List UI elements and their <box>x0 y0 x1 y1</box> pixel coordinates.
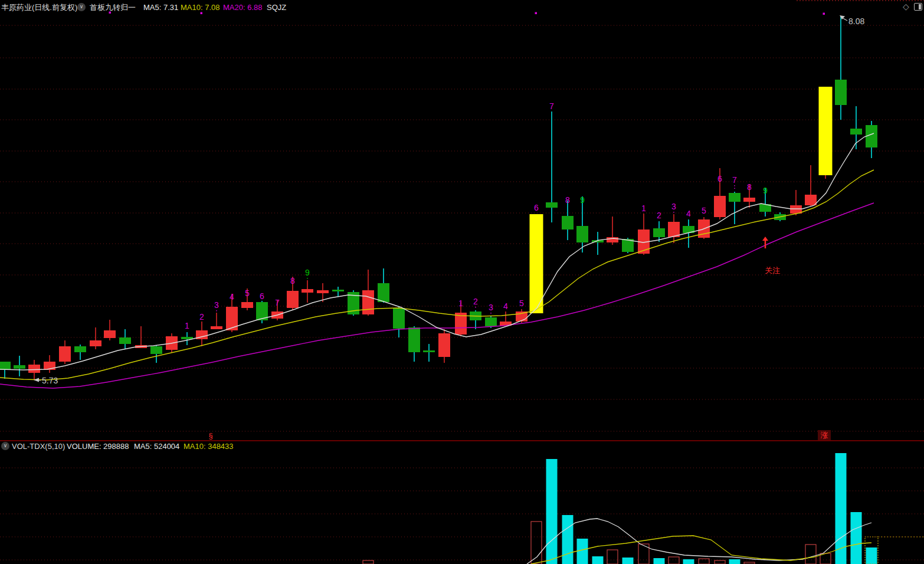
volume-bar <box>607 550 618 564</box>
volume-readout: VOLUME: 298888 <box>67 442 129 451</box>
chevron-down-circle-icon[interactable]: ∨ <box>1 442 9 450</box>
volume-bar <box>683 559 694 564</box>
chevron-down-circle-icon[interactable]: ∨ <box>77 3 86 11</box>
sequence-count-label: 9 <box>763 186 768 195</box>
candle-body <box>408 327 420 352</box>
volume-pane-bars <box>363 453 924 564</box>
sequence-count-label: 8 <box>565 195 570 205</box>
sequence-count-label: 3 <box>671 202 676 211</box>
period-low-label: 5.73 <box>42 376 58 385</box>
volume-bar <box>715 560 725 564</box>
candle-body <box>104 330 116 338</box>
sequence-count-label: 5 <box>702 206 706 215</box>
volume-bar <box>699 559 709 564</box>
nine-turn-count-labels: 123456789123456789123456789 <box>185 101 768 330</box>
attention-label: 关注 <box>765 266 780 275</box>
candle-body <box>743 198 755 202</box>
signal-dot <box>109 12 112 14</box>
candle-body <box>28 365 40 373</box>
indicator-name[interactable]: 首板九转归一 <box>90 3 136 12</box>
volume-bar <box>729 559 740 564</box>
stock-title: 丰原药业(日线.前复权) <box>1 3 77 12</box>
ma10-readout: MA10: 7.08 <box>181 3 220 12</box>
volume-bar <box>577 539 588 564</box>
sequence-count-label: 8 <box>290 276 295 286</box>
chart-canvas[interactable]: 1234567891234567891234567898.085.73关注涨§ <box>0 0 924 564</box>
sequence-count-label: 9 <box>580 195 585 205</box>
volume-ma5-readout: MA5: 524004 <box>134 442 179 451</box>
attention-arrow-icon <box>762 237 768 241</box>
candle-body <box>668 222 680 237</box>
sequence-count-label: 1 <box>641 204 646 213</box>
candle-body <box>423 350 435 352</box>
candle-body <box>835 80 847 105</box>
sequence-count-label: 7 <box>732 175 737 185</box>
split-panel-icon[interactable] <box>914 3 922 11</box>
candle-body <box>866 125 877 147</box>
sequence-count-label: 3 <box>214 300 219 310</box>
volume-bar <box>562 515 574 564</box>
ma5-readout: MA5: 7.31 <box>143 3 178 12</box>
sequence-count-label: 2 <box>657 211 661 220</box>
price-ma-lines <box>0 133 874 388</box>
section-signal-mark: § <box>208 431 212 440</box>
signal-dot <box>535 12 538 15</box>
ma-line <box>0 203 874 388</box>
candle-body <box>485 317 497 326</box>
candle-body <box>546 202 558 208</box>
volume-bar <box>866 547 877 564</box>
signal-dot <box>823 13 825 15</box>
candle-body <box>805 195 817 205</box>
sequence-count-label: 6 <box>260 291 264 301</box>
candle-body <box>317 290 329 293</box>
candle-body <box>562 216 574 229</box>
candle-body <box>74 346 86 352</box>
candle-body <box>287 291 299 308</box>
sequence-count-label: 6 <box>534 203 539 212</box>
volume-bar <box>851 512 862 564</box>
candle-body <box>302 289 313 293</box>
candle-body <box>729 193 740 202</box>
candle-body <box>850 129 862 135</box>
volume-bar <box>546 459 558 564</box>
volume-bar <box>669 557 679 564</box>
sequence-count-label: 7 <box>275 298 280 307</box>
candle-body <box>241 302 253 308</box>
candle-body <box>438 333 450 357</box>
sequence-count-label: 1 <box>458 299 463 308</box>
sequence-count-label: 4 <box>230 292 234 301</box>
signal-bar-yellow <box>530 214 543 313</box>
stock-chart-window: 1234567891234567891234567898.085.73关注涨§ … <box>0 0 924 564</box>
sequence-count-label: 2 <box>473 297 478 306</box>
sequence-count-label: 5 <box>245 288 250 298</box>
diamond-marker-icon[interactable]: ◇ <box>903 2 909 11</box>
candle-body <box>714 196 726 217</box>
indicator-tag: SQJZ <box>267 3 286 12</box>
volume-bar <box>363 560 373 564</box>
volume-bar <box>654 558 665 564</box>
candle-body <box>607 237 618 242</box>
volume-indicator-name[interactable]: VOL-TDX(5,10) <box>12 442 65 451</box>
candle-body <box>150 346 162 354</box>
volume-bar <box>805 545 816 564</box>
candlesticks <box>0 16 877 379</box>
sequence-count-label: 3 <box>489 303 493 312</box>
volume-bar <box>622 558 634 564</box>
signal-bar-yellow <box>819 87 833 175</box>
candle-body <box>362 290 374 314</box>
candle-body <box>59 346 71 362</box>
signal-dot <box>201 12 203 15</box>
sequence-count-label: 4 <box>686 209 691 218</box>
candle-body <box>211 326 222 329</box>
period-high-label: 8.08 <box>848 17 864 26</box>
sequence-count-label: 8 <box>747 182 752 192</box>
candle-body <box>378 283 389 302</box>
sequence-count-label: 2 <box>199 312 204 322</box>
sequence-count-label: 4 <box>503 301 508 311</box>
candle-body <box>332 290 344 291</box>
candle-body <box>393 308 405 329</box>
sequence-count-label: 5 <box>519 299 524 308</box>
candle-body <box>576 226 588 242</box>
gridlines <box>0 1 924 560</box>
ma20-readout: MA20: 6.88 <box>223 3 263 12</box>
